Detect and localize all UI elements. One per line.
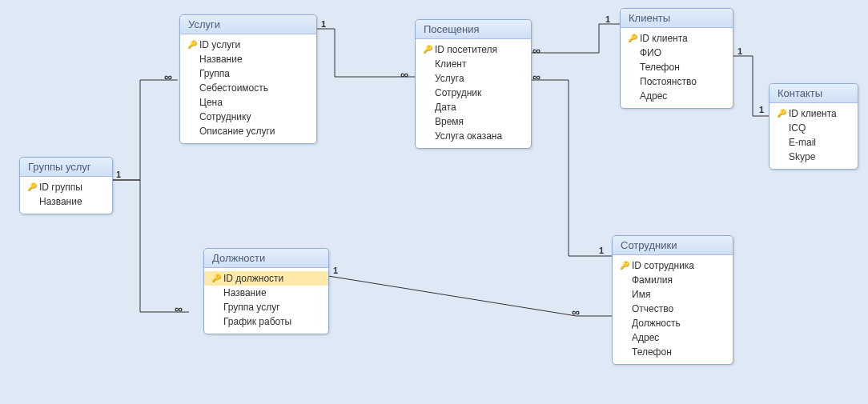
entity-title: Клиенты <box>621 9 733 28</box>
entity-employees[interactable]: Сотрудники 🔑ID сотрудника Фамилия Имя От… <box>612 235 733 365</box>
card-groups-out: 1 <box>116 170 121 179</box>
entity-title: Посещения <box>416 20 531 39</box>
key-icon: 🔑 <box>187 38 198 51</box>
card-employees-in: ∞ <box>572 306 580 318</box>
key-icon: 🔑 <box>627 32 638 45</box>
card-clients-out-visits: 1 <box>605 14 610 24</box>
key-icon: 🔑 <box>211 272 222 285</box>
entity-title: Услуги <box>180 15 316 34</box>
entity-fields: 🔑ID группы Название <box>20 177 112 214</box>
entity-title: Сотрудники <box>613 236 733 255</box>
entity-title: Группы услуг <box>20 158 112 177</box>
card-positions-in: ∞ <box>175 302 183 315</box>
entity-positions[interactable]: Должности 🔑ID должности Название Группа … <box>203 248 329 334</box>
entity-clients[interactable]: Клиенты 🔑ID клиента ФИО Телефон Постоянс… <box>620 8 733 109</box>
key-icon: 🔑 <box>422 43 433 56</box>
card-services-in: ∞ <box>164 70 172 83</box>
entity-groups[interactable]: Группы услуг 🔑ID группы Название <box>19 157 113 214</box>
entity-contacts[interactable]: Контакты 🔑ID клиента ICQ E-mail Skype <box>769 83 858 170</box>
card-visits-in-3: ∞ <box>532 70 540 83</box>
entity-title: Должности <box>204 249 328 268</box>
card-visits-in-2: ∞ <box>532 44 540 57</box>
card-employees-out: 1 <box>599 246 604 255</box>
key-icon: 🔑 <box>776 107 787 120</box>
key-icon: 🔑 <box>619 259 630 272</box>
card-contacts-in: 1 <box>759 105 764 114</box>
card-positions-out: 1 <box>333 266 338 275</box>
key-icon: 🔑 <box>26 181 38 194</box>
card-services-out: 1 <box>321 19 326 29</box>
entity-services[interactable]: Услуги 🔑ID услуги Название Группа Себест… <box>179 14 317 144</box>
entity-visits[interactable]: Посещения 🔑ID посетителя Клиент Услуга С… <box>415 19 532 149</box>
card-visits-in-1: ∞ <box>400 68 408 81</box>
card-clients-out-contacts: 1 <box>737 46 742 56</box>
entity-title: Контакты <box>770 84 858 103</box>
